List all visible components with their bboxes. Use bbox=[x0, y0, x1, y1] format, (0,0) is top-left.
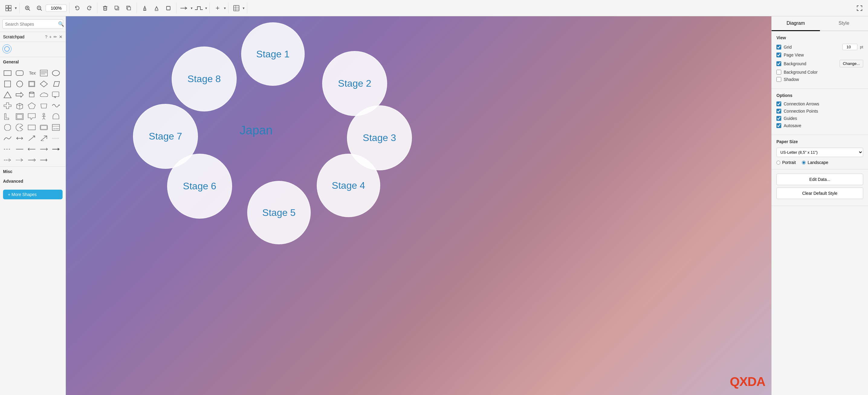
shape-ellipse[interactable] bbox=[50, 68, 62, 78]
shape-3d-box[interactable] bbox=[14, 101, 25, 111]
zoom-display[interactable]: 100% bbox=[45, 4, 67, 12]
scratchpad-close-button[interactable]: ✕ bbox=[59, 34, 63, 39]
insert-button[interactable]: + bbox=[212, 3, 223, 13]
portrait-label[interactable]: Portrait bbox=[782, 160, 796, 165]
zoom-out-button[interactable] bbox=[34, 3, 45, 13]
shape-line-arrow-right[interactable] bbox=[38, 144, 50, 154]
autosave-checkbox[interactable] bbox=[776, 123, 781, 128]
page-view-label[interactable]: Page View bbox=[784, 53, 863, 57]
shape-line-arrow-left[interactable] bbox=[26, 144, 37, 154]
tab-style[interactable]: Style bbox=[820, 16, 868, 31]
portrait-option[interactable]: Portrait bbox=[776, 160, 796, 165]
shape-double-rect[interactable] bbox=[26, 79, 37, 89]
shape-rect-rounded2[interactable] bbox=[38, 122, 50, 133]
to-front-button[interactable] bbox=[112, 3, 122, 13]
shape-note[interactable] bbox=[38, 68, 50, 78]
stage8-circle[interactable]: Stage 8 bbox=[172, 46, 237, 111]
center-label[interactable]: Japan bbox=[240, 124, 273, 137]
zoom-in-button[interactable] bbox=[22, 3, 33, 13]
shape-dotted-line[interactable] bbox=[50, 133, 62, 143]
bg-color-label[interactable]: Background Color bbox=[784, 70, 863, 75]
misc-section-header[interactable]: Misc bbox=[0, 167, 66, 176]
shape-text[interactable]: Text bbox=[26, 68, 37, 78]
advanced-section-header[interactable]: Advanced bbox=[0, 176, 66, 186]
shape-list[interactable]: List Item bbox=[50, 122, 62, 133]
general-section-header[interactable]: General bbox=[0, 57, 66, 67]
stroke-color-button[interactable] bbox=[151, 3, 162, 13]
shape-line[interactable] bbox=[14, 144, 25, 154]
landscape-radio[interactable] bbox=[802, 161, 806, 165]
shadow-button[interactable] bbox=[163, 3, 174, 13]
stage5-circle[interactable]: Stage 5 bbox=[247, 181, 311, 244]
shape-connector-solid[interactable] bbox=[50, 144, 62, 154]
shape-arrow-both[interactable] bbox=[14, 133, 25, 143]
shape-square[interactable] bbox=[2, 79, 13, 89]
shape-callout[interactable] bbox=[50, 90, 62, 100]
connection-points-label[interactable]: Connection Points bbox=[784, 109, 863, 113]
more-shapes-button[interactable]: + More Shapes bbox=[3, 190, 63, 199]
shape-frame[interactable] bbox=[14, 111, 25, 122]
search-input[interactable] bbox=[5, 22, 58, 27]
scratchpad-add-button[interactable]: + bbox=[49, 34, 52, 39]
shape-parallelogram[interactable] bbox=[50, 79, 62, 89]
landscape-option[interactable]: Landscape bbox=[802, 160, 829, 165]
fill-color-button[interactable] bbox=[139, 3, 150, 13]
shadow-label[interactable]: Shadow bbox=[784, 77, 863, 82]
redo-button[interactable] bbox=[84, 3, 95, 13]
shape-cloud[interactable] bbox=[38, 90, 50, 100]
stage7-circle[interactable]: Stage 7 bbox=[133, 104, 198, 169]
guides-checkbox[interactable] bbox=[776, 116, 781, 121]
connection-arrows-checkbox[interactable] bbox=[776, 101, 781, 106]
stage1-circle[interactable]: Stage 1 bbox=[241, 22, 305, 86]
scratchpad-help-button[interactable]: ? bbox=[45, 34, 48, 39]
portrait-radio[interactable] bbox=[776, 161, 780, 165]
shape-curve1[interactable] bbox=[2, 133, 13, 143]
paper-size-select[interactable]: US-Letter (8,5" x 11") bbox=[776, 148, 863, 157]
shape-connector-dash-arrow[interactable] bbox=[2, 155, 13, 165]
shape-diamond[interactable] bbox=[38, 79, 50, 89]
to-back-button[interactable] bbox=[123, 3, 134, 13]
grid-checkbox[interactable] bbox=[776, 45, 781, 50]
canvas[interactable]: Stage 1 Stage 2 Stage 3 Stage 4 Stage 5 … bbox=[66, 16, 771, 395]
grid-pt-input[interactable] bbox=[842, 44, 858, 50]
grid-label[interactable]: Grid bbox=[784, 45, 840, 50]
shape-cylinder[interactable] bbox=[26, 90, 37, 100]
tab-diagram[interactable]: Diagram bbox=[772, 16, 820, 31]
shape-trapezoid[interactable] bbox=[38, 101, 50, 111]
shape-connector-5[interactable] bbox=[38, 155, 50, 165]
shape-rectangle[interactable] bbox=[2, 68, 13, 78]
shape-stickman[interactable] bbox=[38, 111, 50, 122]
connection-arrows-label[interactable]: Connection Arrows bbox=[784, 101, 863, 106]
background-label[interactable]: Background bbox=[784, 61, 837, 66]
scratchpad-item[interactable] bbox=[2, 44, 11, 54]
guides-label[interactable]: Guides bbox=[784, 116, 863, 121]
stage4-circle[interactable]: Stage 4 bbox=[317, 154, 380, 217]
shape-arrow-right[interactable] bbox=[14, 90, 25, 100]
edit-data-button[interactable]: Edit Data... bbox=[776, 174, 863, 185]
autosave-label[interactable]: Autosave bbox=[784, 123, 863, 128]
shape-rounded-rect[interactable] bbox=[14, 68, 25, 78]
clear-default-style-button[interactable]: Clear Default Style bbox=[776, 188, 863, 199]
table-button[interactable] bbox=[231, 3, 242, 13]
shape-arrow-up-right[interactable] bbox=[38, 133, 50, 143]
page-view-checkbox[interactable] bbox=[776, 53, 781, 57]
shape-wave[interactable] bbox=[50, 101, 62, 111]
waypoint-button[interactable] bbox=[193, 3, 204, 13]
scratchpad-edit-button[interactable]: ✏ bbox=[54, 34, 57, 39]
shape-connector-4[interactable] bbox=[26, 155, 37, 165]
bg-color-checkbox[interactable] bbox=[776, 70, 781, 75]
fullscreen-button[interactable] bbox=[854, 3, 865, 13]
shape-arrow-diag[interactable] bbox=[26, 133, 37, 143]
shape-pentagon[interactable] bbox=[26, 101, 37, 111]
background-checkbox[interactable] bbox=[776, 61, 781, 66]
shape-pac[interactable] bbox=[14, 122, 25, 133]
shape-dashed-line[interactable] bbox=[2, 144, 13, 154]
shape-double-rect2[interactable] bbox=[26, 122, 37, 133]
view-toggle-button[interactable] bbox=[3, 3, 14, 13]
background-change-button[interactable]: Change... bbox=[840, 60, 863, 67]
connection-points-checkbox[interactable] bbox=[776, 109, 781, 113]
shape-octagon[interactable] bbox=[2, 122, 13, 133]
shape-cross[interactable] bbox=[2, 101, 13, 111]
shape-connector-3[interactable] bbox=[14, 155, 25, 165]
shadow-checkbox[interactable] bbox=[776, 77, 781, 82]
